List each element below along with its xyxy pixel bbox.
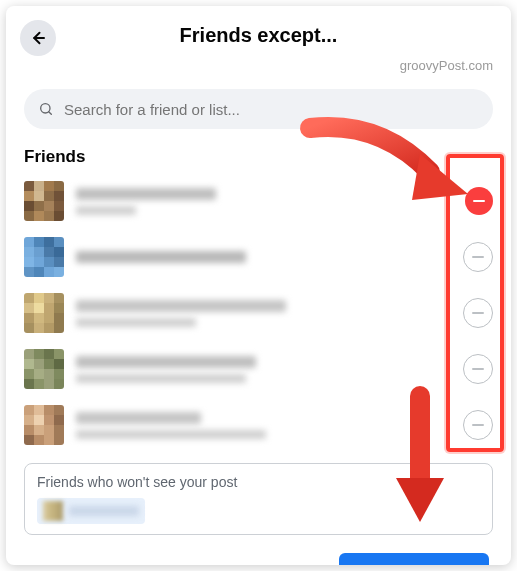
friend-info bbox=[76, 412, 463, 439]
friend-subtitle bbox=[76, 374, 246, 383]
section-heading-friends: Friends bbox=[24, 147, 493, 167]
friend-row bbox=[24, 173, 493, 229]
friend-avatar bbox=[24, 349, 64, 389]
friend-row bbox=[24, 229, 493, 285]
minus-icon bbox=[473, 200, 485, 202]
dialog-body: Friends Friends who won't see your post … bbox=[6, 89, 511, 565]
excluded-chip-name bbox=[69, 506, 139, 516]
excluded-box: Friends who won't see your post bbox=[24, 463, 493, 535]
search-input-wrap[interactable] bbox=[24, 89, 493, 129]
exclude-toggle[interactable] bbox=[463, 410, 493, 440]
excluded-chip[interactable] bbox=[37, 498, 145, 524]
friend-subtitle bbox=[76, 430, 266, 439]
friend-name bbox=[76, 412, 201, 424]
search-input[interactable] bbox=[62, 100, 479, 119]
friend-info bbox=[76, 356, 463, 383]
friend-name bbox=[76, 300, 286, 312]
minus-icon bbox=[472, 368, 484, 370]
friend-name bbox=[76, 188, 216, 200]
screenshot-stage: Friends except... groovyPost.com Friends… bbox=[0, 0, 517, 571]
cancel-button[interactable]: Cancel bbox=[242, 553, 331, 565]
friend-subtitle bbox=[76, 318, 196, 327]
watermark-text: groovyPost.com bbox=[400, 58, 493, 73]
friend-avatar bbox=[24, 181, 64, 221]
friend-info bbox=[76, 188, 465, 215]
minus-icon bbox=[472, 312, 484, 314]
exclude-toggle[interactable] bbox=[463, 298, 493, 328]
exclude-toggle[interactable] bbox=[465, 187, 493, 215]
friend-row bbox=[24, 341, 493, 397]
friend-row bbox=[24, 285, 493, 341]
excluded-box-title: Friends who won't see your post bbox=[37, 474, 480, 490]
friend-avatar bbox=[24, 405, 64, 445]
search-icon bbox=[38, 101, 54, 117]
exclude-toggle[interactable] bbox=[463, 354, 493, 384]
dialog-footer: Cancel Save Changes bbox=[24, 553, 489, 565]
friend-name bbox=[76, 251, 246, 263]
friend-subtitle bbox=[76, 206, 136, 215]
friend-name bbox=[76, 356, 256, 368]
dialog: Friends except... groovyPost.com Friends… bbox=[6, 6, 511, 565]
excluded-chip-avatar bbox=[43, 501, 63, 521]
friend-avatar bbox=[24, 237, 64, 277]
exclude-toggle[interactable] bbox=[463, 242, 493, 272]
friend-avatar bbox=[24, 293, 64, 333]
save-button[interactable]: Save Changes bbox=[339, 553, 489, 565]
dialog-title: Friends except... bbox=[6, 24, 511, 47]
friend-row bbox=[24, 397, 493, 453]
friend-info bbox=[76, 300, 463, 327]
minus-icon bbox=[472, 256, 484, 258]
friends-list bbox=[24, 173, 493, 453]
friend-info bbox=[76, 251, 463, 263]
minus-icon bbox=[472, 424, 484, 426]
dialog-header: Friends except... bbox=[6, 6, 511, 63]
